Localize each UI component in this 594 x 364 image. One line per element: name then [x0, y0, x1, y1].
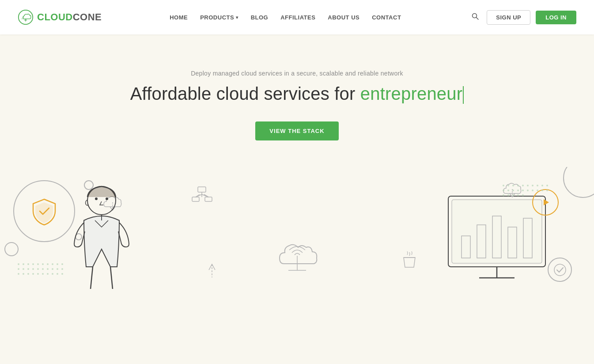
svg-rect-7 — [192, 197, 199, 201]
nav-links: HOME PRODUCTS ▾ BLOG AFFILIATES ABOUT US… — [170, 13, 401, 21]
logo-icon — [18, 9, 34, 25]
check-circle-icon — [548, 258, 572, 282]
svg-point-16 — [106, 197, 108, 200]
nav-link-affiliates[interactable]: AFFILIATES — [280, 14, 315, 21]
nav-link-home[interactable]: HOME — [170, 14, 188, 21]
nav-item-home[interactable]: HOME — [170, 13, 188, 21]
network-icon — [190, 185, 214, 212]
nav-item-blog[interactable]: BLOG — [251, 13, 269, 21]
navbar: CLOUDCONE HOME PRODUCTS ▾ BLOG AFFILIATE… — [0, 0, 594, 34]
nav-right: SIGN UP LOG IN — [469, 10, 576, 25]
bubble-2 — [4, 242, 19, 256]
right-circle-decoration — [563, 167, 594, 198]
illustration-area — [0, 167, 594, 291]
cloud-center-icon — [275, 235, 319, 282]
svg-point-15 — [95, 197, 98, 200]
svg-line-19 — [110, 267, 113, 289]
nav-item-about[interactable]: ABOUT US — [328, 13, 359, 21]
chevron-down-icon: ▾ — [236, 15, 238, 20]
svg-line-4 — [477, 18, 479, 20]
svg-point-1 — [23, 16, 24, 18]
nav-item-affiliates[interactable]: AFFILIATES — [280, 13, 315, 21]
nav-link-contact[interactable]: CONTACT — [372, 14, 401, 21]
search-icon — [472, 14, 479, 21]
arrow-up-icon — [205, 262, 219, 282]
svg-rect-25 — [452, 200, 542, 263]
hero-title-highlight: entrepreneur — [360, 84, 462, 103]
hero-title: Affordable cloud services for entreprene… — [130, 84, 464, 104]
hero-section: Deploy managed cloud services in a secur… — [0, 34, 594, 158]
nav-link-blog[interactable]: BLOG — [251, 14, 269, 21]
dots-top-right — [503, 185, 550, 208]
svg-line-18 — [91, 267, 93, 289]
typing-cursor — [463, 86, 464, 104]
search-button[interactable] — [469, 10, 481, 24]
svg-rect-8 — [205, 197, 212, 201]
logo-text: CLOUDCONE — [37, 11, 102, 23]
logo[interactable]: CLOUDCONE — [18, 9, 102, 25]
login-button[interactable]: LOG IN — [536, 11, 576, 24]
nav-item-products[interactable]: PRODUCTS ▾ — [200, 14, 238, 21]
nav-link-products[interactable]: PRODUCTS ▾ — [200, 14, 238, 21]
view-stack-button[interactable]: VIEW THE STACK — [255, 121, 338, 140]
shield-icon — [29, 196, 60, 227]
nav-item-contact[interactable]: CONTACT — [372, 13, 401, 21]
svg-rect-6 — [198, 187, 206, 192]
hero-subtitle: Deploy managed cloud services in a secur… — [191, 70, 403, 77]
nav-link-about[interactable]: ABOUT US — [328, 14, 359, 21]
coffee-cup-icon — [401, 251, 417, 273]
svg-point-35 — [554, 264, 566, 276]
signup-button[interactable]: SIGN UP — [487, 10, 530, 25]
character-illustration — [57, 178, 146, 291]
svg-point-2 — [22, 18, 23, 19]
hero-title-prefix: Affordable cloud services for — [130, 84, 360, 103]
